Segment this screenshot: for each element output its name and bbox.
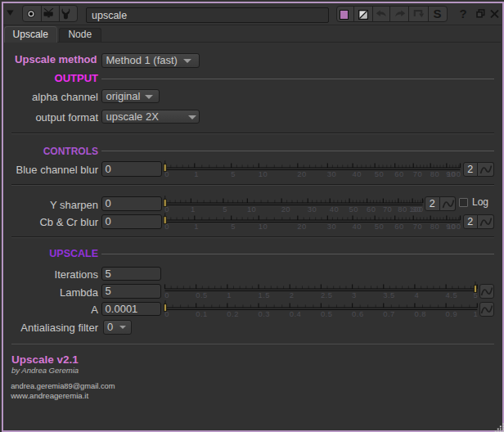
svg-text:100: 100 — [447, 222, 461, 231]
svg-text:50: 50 — [375, 222, 384, 231]
svg-text:1.5: 1.5 — [259, 290, 271, 299]
svg-text:0.2: 0.2 — [227, 309, 239, 318]
svg-text:50: 50 — [375, 169, 384, 178]
svg-text:40: 40 — [353, 222, 362, 231]
svg-text:30: 30 — [327, 169, 336, 178]
svg-text:1: 1 — [194, 169, 199, 178]
svg-text:20: 20 — [297, 169, 306, 178]
svg-text:0.7: 0.7 — [383, 309, 395, 318]
svg-text:5: 5 — [231, 169, 236, 178]
svg-text:0: 0 — [164, 290, 169, 299]
svg-text:5: 5 — [231, 222, 236, 231]
svg-text:0.9: 0.9 — [446, 309, 458, 318]
svg-text:10: 10 — [259, 222, 268, 231]
svg-text:3.5: 3.5 — [383, 290, 395, 299]
svg-text:0.5: 0.5 — [196, 290, 208, 299]
svg-text:10: 10 — [259, 169, 268, 178]
svg-text:2: 2 — [290, 290, 295, 299]
svg-text:60: 60 — [394, 169, 403, 178]
svg-text:60: 60 — [394, 222, 403, 231]
svg-text:40: 40 — [353, 169, 362, 178]
svg-text:70: 70 — [413, 169, 422, 178]
svg-text:70: 70 — [413, 222, 422, 231]
svg-text:3: 3 — [352, 290, 357, 299]
svg-text:100: 100 — [447, 169, 461, 178]
svg-text:0.1: 0.1 — [196, 309, 208, 318]
svg-text:20: 20 — [297, 222, 306, 231]
svg-text:4.5: 4.5 — [446, 290, 458, 299]
svg-text:0.4: 0.4 — [290, 309, 302, 318]
svg-text:0.5: 0.5 — [321, 309, 333, 318]
svg-text:30: 30 — [327, 222, 336, 231]
svg-text:4: 4 — [414, 290, 419, 299]
svg-text:1: 1 — [474, 309, 479, 318]
svg-text:1: 1 — [194, 222, 199, 231]
svg-text:0.6: 0.6 — [352, 309, 364, 318]
svg-text:80: 80 — [430, 222, 439, 231]
svg-text:80: 80 — [430, 169, 439, 178]
svg-text:0.8: 0.8 — [414, 309, 426, 318]
svg-text:2.5: 2.5 — [321, 290, 333, 299]
svg-text:0.3: 0.3 — [259, 309, 271, 318]
svg-text:1: 1 — [227, 290, 232, 299]
